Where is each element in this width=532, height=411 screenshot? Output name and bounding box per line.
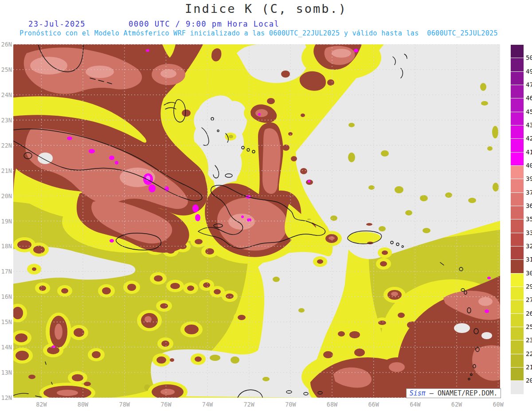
lon-label: 64W <box>405 401 425 408</box>
lat-label: 18N <box>0 243 12 250</box>
colorbar-segment <box>511 274 524 286</box>
colorbar-segment <box>511 58 524 71</box>
attribution-sep-glyph: – <box>430 389 434 397</box>
colorbar-label: 46.5 <box>526 94 532 102</box>
attribution-separator <box>426 389 430 397</box>
lon-label: 78W <box>115 401 134 408</box>
colorbar-segment <box>511 98 524 111</box>
lon-label: 60W <box>489 401 508 408</box>
attribution-box: Sisπ – ONAMET/REP.DOM. <box>406 388 501 398</box>
colorbar-segment <box>511 327 524 340</box>
colorbar-label: 27.8 <box>526 296 532 303</box>
lat-label: 19N <box>0 218 12 225</box>
colorbar-label: 31.3 <box>526 256 532 263</box>
colorbar-segment <box>511 314 524 327</box>
colorbar-segment <box>511 112 524 125</box>
model-note: Pronóstico con el Modelo Atmósferico WRF… <box>20 29 498 37</box>
colorbar-segment <box>511 219 524 232</box>
colorbar-label: 45.2 <box>526 108 532 115</box>
lat-label: 23N <box>0 117 12 124</box>
colorbar-segment <box>511 341 524 353</box>
lon-label: 62W <box>447 401 466 408</box>
lon-label: 76W <box>156 401 176 408</box>
colorbar-segment <box>511 206 524 219</box>
lon-label: 80W <box>73 401 93 408</box>
lat-label: 26N <box>0 41 12 48</box>
weather-map-page: Indice K (C, somb.) 23-Jul-2025 0000 UTC… <box>0 0 532 411</box>
colorbar-label: 30 <box>526 270 532 277</box>
colorbar-segment <box>511 153 524 165</box>
lat-label: 14N <box>0 344 12 351</box>
lat-label: 22N <box>0 142 12 149</box>
colorbar-segment <box>511 368 524 380</box>
colorbar-label: 33.9 <box>526 229 532 236</box>
lat-label: 24N <box>0 91 12 98</box>
colorbar-segment <box>511 139 524 152</box>
lat-label: 15N <box>0 318 12 325</box>
colorbar-label: 43.9 <box>526 121 532 129</box>
lat-label: 21N <box>0 167 12 174</box>
colorbar-label: 47.8 <box>526 81 532 88</box>
lat-label: 25N <box>0 66 12 73</box>
colorbar-segment <box>511 166 524 179</box>
colorbar-segment <box>511 45 524 58</box>
lon-label: 72W <box>239 401 259 408</box>
lat-label: 12N <box>0 394 12 401</box>
colorbar-segment <box>511 300 524 313</box>
lon-label: 74W <box>198 401 217 408</box>
colorbar-label: 22.6 <box>526 350 532 357</box>
colorbar: 5049.147.846.545.243.942.641.34039.137.8… <box>511 45 532 399</box>
colorbar-segment <box>511 260 524 273</box>
colorbar-segment <box>511 85 524 98</box>
colorbar-segment <box>511 193 524 206</box>
colorbar-label: 21.3 <box>526 364 532 371</box>
lon-label: 66W <box>364 401 383 408</box>
colorbar-segment <box>511 72 524 85</box>
colorbar-label: 49.1 <box>526 68 532 75</box>
colorbar-segment <box>511 233 524 246</box>
attribution-brand: Sisπ <box>410 389 426 397</box>
colorbar-label: 41.3 <box>526 149 532 156</box>
k-index-map <box>13 44 500 398</box>
colorbar-segment <box>511 247 524 259</box>
page-title: Indice K (C, somb.) <box>0 2 532 16</box>
attribution-org: ONAMET/REP.DOM. <box>438 389 497 397</box>
colorbar-label: 40 <box>526 162 532 169</box>
colorbar-segment <box>511 354 524 367</box>
colorbar-segment <box>511 179 524 192</box>
lon-label: 70W <box>281 401 300 408</box>
colorbar-label: 23.9 <box>526 337 532 344</box>
lat-label: 20N <box>0 192 12 200</box>
lat-label: 16N <box>0 293 12 300</box>
colorbar-label: 35.2 <box>526 215 532 223</box>
colorbar-label: 26.5 <box>526 310 532 317</box>
colorbar-label: 25.2 <box>526 323 532 330</box>
lon-label: 68W <box>322 401 342 408</box>
colorbar-label: 39.1 <box>526 175 532 182</box>
colorbar-label: 36.5 <box>526 202 532 209</box>
colorbar-segment <box>511 381 524 394</box>
lat-label: 13N <box>0 369 12 376</box>
colorbar-label: 29.1 <box>526 283 532 290</box>
colorbar-label: 32.6 <box>526 243 532 250</box>
colorbar-label: 20 <box>526 377 532 384</box>
colorbar-segment <box>511 287 524 300</box>
attribution-spacer <box>434 389 438 397</box>
forecast-date: 23-Jul-2025 <box>28 20 86 28</box>
lon-label: 82W <box>31 401 51 408</box>
colorbar-label: 50 <box>526 54 532 61</box>
lat-label: 17N <box>0 268 12 275</box>
colorbar-label: 37.8 <box>526 189 532 196</box>
colorbar-segment <box>511 125 524 138</box>
forecast-time: 0000 UTC / 9:00 pm Hora Local <box>129 20 279 28</box>
colorbar-label: 42.6 <box>526 135 532 142</box>
